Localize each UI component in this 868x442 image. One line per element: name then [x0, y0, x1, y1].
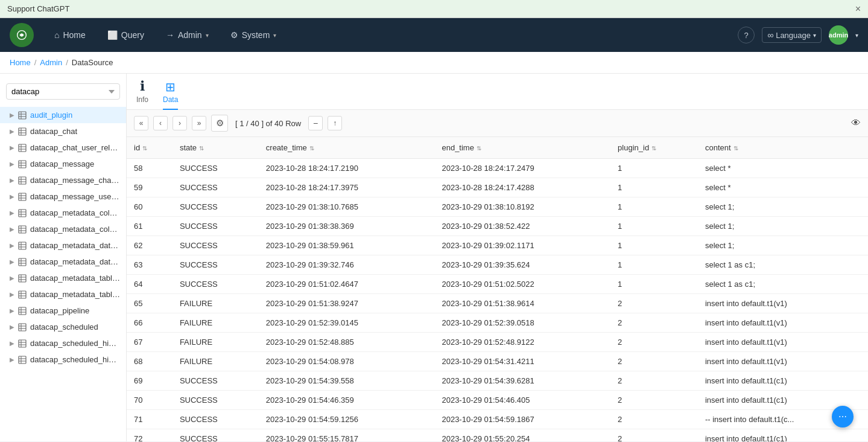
pagination-info: [ 1 / 40 ] of 40 Row: [235, 119, 301, 128]
cell-end_time: 2023-10-29 01:39:02.1171: [434, 236, 610, 255]
system-icon: ⚙: [230, 30, 238, 40]
sidebar-item[interactable]: ▶ datacap_scheduled: [0, 319, 126, 335]
breadcrumb-current: DataSource: [72, 58, 113, 67]
cell-state: FAILURE: [173, 294, 259, 313]
settings-button[interactable]: ⚙: [211, 115, 228, 132]
table-icon: [18, 307, 27, 315]
cell-id: 62: [127, 236, 173, 255]
sidebar-item[interactable]: ▶ datacap_metadata_table...: [0, 286, 126, 303]
col-header-content[interactable]: content⇅: [698, 137, 868, 159]
svg-rect-9: [19, 144, 26, 152]
nav-admin[interactable]: → Admin ▾: [157, 25, 217, 45]
table-body: 58SUCCESS2023-10-28 18:24:17.21902023-10…: [127, 159, 868, 442]
sidebar-item-label: datacap_message_chat_...: [30, 176, 120, 185]
system-chevron-icon: ▾: [273, 32, 276, 39]
breadcrumb-home[interactable]: Home: [10, 58, 31, 67]
sort-icon-content: ⇅: [733, 145, 738, 152]
breadcrumb-admin[interactable]: Admin: [40, 58, 62, 67]
sort-icon-plugin_id: ⇅: [651, 145, 656, 152]
last-page-button[interactable]: »: [192, 116, 206, 130]
sidebar-item[interactable]: ▶ datacap_metadata_colur...: [0, 205, 126, 221]
avatar-chevron-icon[interactable]: ▾: [855, 32, 858, 39]
table-icon: [18, 290, 27, 299]
sidebar-item[interactable]: ▶ datacap_metadata_datab...: [0, 254, 126, 270]
table-icon: [18, 144, 27, 152]
cell-id: 72: [127, 429, 173, 442]
cell-end_time: 2023-10-28 18:24:17.4288: [434, 178, 610, 197]
language-selector[interactable]: ∞ Language ▾: [762, 27, 822, 43]
cell-content: select *: [698, 159, 868, 178]
sidebar-item[interactable]: ▶ datacap_message_user_...: [0, 188, 126, 205]
remove-row-button[interactable]: −: [308, 116, 323, 130]
eye-button[interactable]: 👁: [851, 118, 861, 129]
tab-bar: ℹ Info ⊞ Data: [127, 74, 868, 110]
sidebar-item[interactable]: ▶ datacap_chat: [0, 123, 126, 139]
sort-icon-state: ⇅: [199, 145, 204, 152]
nav-home[interactable]: ⌂ Home: [46, 25, 94, 45]
datasource-selector[interactable]: datacap: [6, 83, 120, 100]
cell-create_time: 2023-10-29 01:54:46.359: [259, 391, 435, 410]
avatar-label: admin: [829, 31, 848, 39]
prev-page-button[interactable]: ‹: [153, 116, 168, 130]
sidebar-item[interactable]: ▶ audit_plugin: [0, 107, 126, 123]
nav-right-area: ? ∞ Language ▾ admin ▾: [738, 25, 858, 45]
tab-info[interactable]: ℹ Info: [136, 78, 148, 110]
help-button[interactable]: ?: [738, 27, 755, 43]
tab-data[interactable]: ⊞ Data: [163, 80, 178, 110]
cell-create_time: 2023-10-29 01:51:02.4647: [259, 275, 435, 294]
info-tab-icon: ℹ: [140, 78, 145, 94]
sidebar-item[interactable]: ▶ datacap_metadata_colur...: [0, 221, 126, 237]
svg-rect-53: [19, 324, 26, 331]
sidebar-item-label: datacap_message_user_...: [30, 192, 120, 201]
sidebar-item[interactable]: ▶ datacap_scheduled_histo...: [0, 351, 126, 368]
col-header-end_time[interactable]: end_time⇅: [434, 137, 610, 159]
svg-rect-61: [19, 356, 26, 364]
first-page-button[interactable]: «: [134, 116, 148, 130]
floating-action-button[interactable]: ⋯: [832, 406, 854, 428]
cell-end_time: 2023-10-29 01:54:39.6281: [434, 371, 610, 391]
svg-rect-17: [19, 177, 26, 184]
table-icon: [18, 225, 27, 234]
add-row-button[interactable]: ↑: [328, 116, 342, 130]
sidebar-item[interactable]: ▶ datacap_metadata_table...: [0, 270, 126, 286]
nav-admin-label: Admin: [178, 30, 202, 40]
sidebar-chevron-icon: ▶: [10, 161, 14, 167]
cell-id: 70: [127, 391, 173, 410]
sidebar-item[interactable]: ▶ datacap_chat_user_relati...: [0, 139, 126, 156]
total-pages: 40: [250, 119, 259, 128]
table-row: 64SUCCESS2023-10-29 01:51:02.46472023-10…: [127, 275, 868, 294]
sidebar-chevron-icon: ▶: [10, 112, 14, 118]
col-header-state[interactable]: state⇅: [173, 137, 259, 159]
table-row: 69SUCCESS2023-10-29 01:54:39.5582023-10-…: [127, 371, 868, 391]
cell-id: 65: [127, 294, 173, 313]
sidebar-item[interactable]: ▶ datacap_message_chat_...: [0, 172, 126, 188]
close-button[interactable]: ×: [855, 4, 861, 14]
cell-create_time: 2023-10-28 18:24:17.3975: [259, 178, 435, 197]
cell-state: SUCCESS: [173, 275, 259, 294]
table-icon: [18, 193, 27, 201]
next-page-button[interactable]: ›: [173, 116, 187, 130]
sidebar-item[interactable]: ▶ datacap_message: [0, 156, 126, 172]
svg-rect-5: [19, 128, 26, 135]
sidebar-item[interactable]: ▶ datacap_pipeline: [0, 303, 126, 319]
svg-rect-41: [19, 275, 26, 282]
nav-query[interactable]: ⬜ Query: [99, 25, 153, 45]
cell-content: insert into default.t1(v1): [698, 352, 868, 371]
nav-system[interactable]: ⚙ System ▾: [222, 25, 285, 45]
sidebar-item[interactable]: ▶ datacap_metadata_datab...: [0, 237, 126, 254]
cell-state: SUCCESS: [173, 410, 259, 429]
sidebar-item[interactable]: ▶ datacap_scheduled_histo...: [0, 335, 126, 351]
cell-end_time: 2023-10-29 01:54:46.405: [434, 391, 610, 410]
col-label-plugin_id: plugin_id: [618, 143, 649, 152]
cell-create_time: 2023-10-29 01:52:39.0145: [259, 313, 435, 333]
cell-plugin_id: 2: [610, 410, 698, 429]
tab-info-label: Info: [136, 95, 148, 104]
sort-icon-id: ⇅: [142, 145, 147, 152]
cell-state: FAILURE: [173, 313, 259, 333]
user-avatar[interactable]: admin: [829, 25, 848, 45]
col-header-id[interactable]: id⇅: [127, 137, 173, 159]
cell-content: insert into default.t1(c1): [698, 371, 868, 391]
cell-state: SUCCESS: [173, 197, 259, 217]
col-header-plugin_id[interactable]: plugin_id⇅: [610, 137, 698, 159]
col-header-create_time[interactable]: create_time⇅: [259, 137, 435, 159]
